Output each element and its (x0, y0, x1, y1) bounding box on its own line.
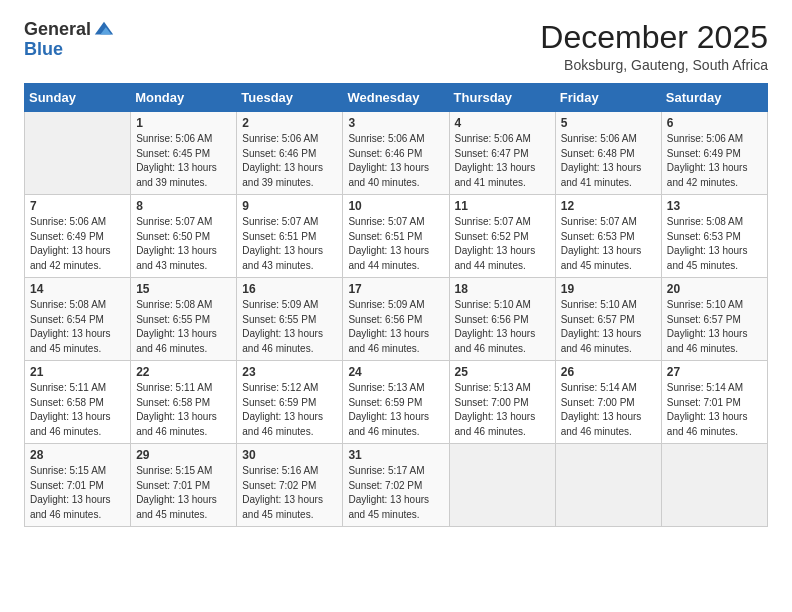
weekday-header-thursday: Thursday (449, 84, 555, 112)
title-block: December 2025 Boksburg, Gauteng, South A… (540, 20, 768, 73)
day-number: 9 (242, 199, 337, 213)
calendar-cell: 15Sunrise: 5:08 AM Sunset: 6:55 PM Dayli… (131, 278, 237, 361)
calendar-cell: 8Sunrise: 5:07 AM Sunset: 6:50 PM Daylig… (131, 195, 237, 278)
day-number: 18 (455, 282, 550, 296)
calendar-cell: 11Sunrise: 5:07 AM Sunset: 6:52 PM Dayli… (449, 195, 555, 278)
weekday-header-monday: Monday (131, 84, 237, 112)
calendar-cell (449, 444, 555, 527)
calendar-cell: 13Sunrise: 5:08 AM Sunset: 6:53 PM Dayli… (661, 195, 767, 278)
month-title: December 2025 (540, 20, 768, 55)
day-info: Sunrise: 5:10 AM Sunset: 6:57 PM Dayligh… (561, 298, 656, 356)
logo-blue: Blue (24, 40, 63, 60)
calendar-week-row: 14Sunrise: 5:08 AM Sunset: 6:54 PM Dayli… (25, 278, 768, 361)
day-info: Sunrise: 5:14 AM Sunset: 7:01 PM Dayligh… (667, 381, 762, 439)
day-number: 7 (30, 199, 125, 213)
calendar-cell: 31Sunrise: 5:17 AM Sunset: 7:02 PM Dayli… (343, 444, 449, 527)
day-info: Sunrise: 5:09 AM Sunset: 6:56 PM Dayligh… (348, 298, 443, 356)
calendar-week-row: 21Sunrise: 5:11 AM Sunset: 6:58 PM Dayli… (25, 361, 768, 444)
day-number: 28 (30, 448, 125, 462)
calendar-cell (661, 444, 767, 527)
day-number: 27 (667, 365, 762, 379)
calendar-cell: 30Sunrise: 5:16 AM Sunset: 7:02 PM Dayli… (237, 444, 343, 527)
calendar-cell: 23Sunrise: 5:12 AM Sunset: 6:59 PM Dayli… (237, 361, 343, 444)
day-info: Sunrise: 5:15 AM Sunset: 7:01 PM Dayligh… (136, 464, 231, 522)
day-number: 26 (561, 365, 656, 379)
calendar-cell: 2Sunrise: 5:06 AM Sunset: 6:46 PM Daylig… (237, 112, 343, 195)
day-number: 14 (30, 282, 125, 296)
calendar-cell: 16Sunrise: 5:09 AM Sunset: 6:55 PM Dayli… (237, 278, 343, 361)
day-info: Sunrise: 5:13 AM Sunset: 6:59 PM Dayligh… (348, 381, 443, 439)
calendar-cell: 14Sunrise: 5:08 AM Sunset: 6:54 PM Dayli… (25, 278, 131, 361)
calendar-cell: 29Sunrise: 5:15 AM Sunset: 7:01 PM Dayli… (131, 444, 237, 527)
calendar-cell: 6Sunrise: 5:06 AM Sunset: 6:49 PM Daylig… (661, 112, 767, 195)
calendar-cell: 28Sunrise: 5:15 AM Sunset: 7:01 PM Dayli… (25, 444, 131, 527)
calendar-table: SundayMondayTuesdayWednesdayThursdayFrid… (24, 83, 768, 527)
day-number: 4 (455, 116, 550, 130)
day-info: Sunrise: 5:10 AM Sunset: 6:56 PM Dayligh… (455, 298, 550, 356)
day-number: 17 (348, 282, 443, 296)
day-info: Sunrise: 5:06 AM Sunset: 6:46 PM Dayligh… (348, 132, 443, 190)
day-info: Sunrise: 5:11 AM Sunset: 6:58 PM Dayligh… (136, 381, 231, 439)
calendar-week-row: 1Sunrise: 5:06 AM Sunset: 6:45 PM Daylig… (25, 112, 768, 195)
calendar-cell: 25Sunrise: 5:13 AM Sunset: 7:00 PM Dayli… (449, 361, 555, 444)
calendar-week-row: 7Sunrise: 5:06 AM Sunset: 6:49 PM Daylig… (25, 195, 768, 278)
day-info: Sunrise: 5:08 AM Sunset: 6:55 PM Dayligh… (136, 298, 231, 356)
day-info: Sunrise: 5:08 AM Sunset: 6:54 PM Dayligh… (30, 298, 125, 356)
day-number: 8 (136, 199, 231, 213)
day-info: Sunrise: 5:06 AM Sunset: 6:45 PM Dayligh… (136, 132, 231, 190)
day-number: 10 (348, 199, 443, 213)
calendar-cell: 12Sunrise: 5:07 AM Sunset: 6:53 PM Dayli… (555, 195, 661, 278)
day-number: 15 (136, 282, 231, 296)
calendar-cell: 10Sunrise: 5:07 AM Sunset: 6:51 PM Dayli… (343, 195, 449, 278)
day-number: 30 (242, 448, 337, 462)
day-info: Sunrise: 5:17 AM Sunset: 7:02 PM Dayligh… (348, 464, 443, 522)
day-number: 21 (30, 365, 125, 379)
location-subtitle: Boksburg, Gauteng, South Africa (540, 57, 768, 73)
day-number: 1 (136, 116, 231, 130)
day-info: Sunrise: 5:12 AM Sunset: 6:59 PM Dayligh… (242, 381, 337, 439)
day-number: 2 (242, 116, 337, 130)
day-info: Sunrise: 5:11 AM Sunset: 6:58 PM Dayligh… (30, 381, 125, 439)
day-number: 5 (561, 116, 656, 130)
day-info: Sunrise: 5:08 AM Sunset: 6:53 PM Dayligh… (667, 215, 762, 273)
weekday-header-row: SundayMondayTuesdayWednesdayThursdayFrid… (25, 84, 768, 112)
day-number: 6 (667, 116, 762, 130)
day-number: 20 (667, 282, 762, 296)
day-info: Sunrise: 5:07 AM Sunset: 6:53 PM Dayligh… (561, 215, 656, 273)
day-info: Sunrise: 5:06 AM Sunset: 6:49 PM Dayligh… (30, 215, 125, 273)
day-info: Sunrise: 5:14 AM Sunset: 7:00 PM Dayligh… (561, 381, 656, 439)
day-number: 11 (455, 199, 550, 213)
weekday-header-saturday: Saturday (661, 84, 767, 112)
day-info: Sunrise: 5:07 AM Sunset: 6:51 PM Dayligh… (348, 215, 443, 273)
day-number: 3 (348, 116, 443, 130)
calendar-cell (555, 444, 661, 527)
calendar-cell: 4Sunrise: 5:06 AM Sunset: 6:47 PM Daylig… (449, 112, 555, 195)
calendar-cell: 3Sunrise: 5:06 AM Sunset: 6:46 PM Daylig… (343, 112, 449, 195)
day-info: Sunrise: 5:07 AM Sunset: 6:51 PM Dayligh… (242, 215, 337, 273)
weekday-header-friday: Friday (555, 84, 661, 112)
day-info: Sunrise: 5:07 AM Sunset: 6:52 PM Dayligh… (455, 215, 550, 273)
calendar-cell: 22Sunrise: 5:11 AM Sunset: 6:58 PM Dayli… (131, 361, 237, 444)
calendar-cell: 21Sunrise: 5:11 AM Sunset: 6:58 PM Dayli… (25, 361, 131, 444)
weekday-header-wednesday: Wednesday (343, 84, 449, 112)
calendar-cell: 5Sunrise: 5:06 AM Sunset: 6:48 PM Daylig… (555, 112, 661, 195)
day-number: 31 (348, 448, 443, 462)
day-number: 23 (242, 365, 337, 379)
logo-icon (93, 18, 115, 40)
calendar-cell: 9Sunrise: 5:07 AM Sunset: 6:51 PM Daylig… (237, 195, 343, 278)
calendar-cell: 26Sunrise: 5:14 AM Sunset: 7:00 PM Dayli… (555, 361, 661, 444)
day-info: Sunrise: 5:06 AM Sunset: 6:46 PM Dayligh… (242, 132, 337, 190)
logo: General Blue (24, 20, 115, 60)
calendar-cell: 24Sunrise: 5:13 AM Sunset: 6:59 PM Dayli… (343, 361, 449, 444)
calendar-week-row: 28Sunrise: 5:15 AM Sunset: 7:01 PM Dayli… (25, 444, 768, 527)
day-number: 29 (136, 448, 231, 462)
calendar-cell: 7Sunrise: 5:06 AM Sunset: 6:49 PM Daylig… (25, 195, 131, 278)
weekday-header-tuesday: Tuesday (237, 84, 343, 112)
calendar-cell: 27Sunrise: 5:14 AM Sunset: 7:01 PM Dayli… (661, 361, 767, 444)
day-number: 25 (455, 365, 550, 379)
calendar-cell: 17Sunrise: 5:09 AM Sunset: 6:56 PM Dayli… (343, 278, 449, 361)
day-info: Sunrise: 5:10 AM Sunset: 6:57 PM Dayligh… (667, 298, 762, 356)
calendar-cell (25, 112, 131, 195)
day-info: Sunrise: 5:06 AM Sunset: 6:47 PM Dayligh… (455, 132, 550, 190)
day-info: Sunrise: 5:06 AM Sunset: 6:49 PM Dayligh… (667, 132, 762, 190)
